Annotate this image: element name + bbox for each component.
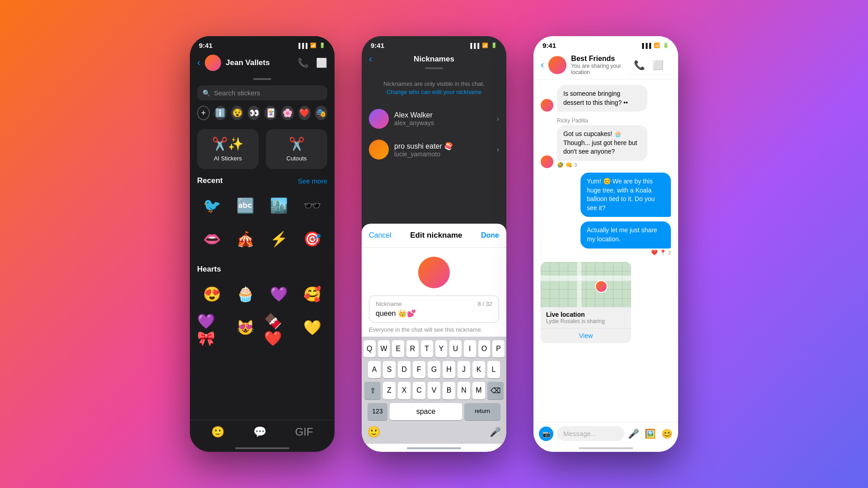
key-x[interactable]: X <box>398 382 410 399</box>
cat-item-3[interactable]: 👀 <box>248 106 260 120</box>
message-input[interactable]: Message... <box>557 426 624 441</box>
recent-sticker-grid: 🐦 🔤 🏙️ 🕶️ 👄 🎪 ⚡ 🎯 <box>197 191 327 254</box>
view-location-button[interactable]: View <box>541 328 631 343</box>
key-b[interactable]: B <box>443 382 455 399</box>
sticker-hearts-6[interactable]: 😻 <box>231 313 260 343</box>
phone-icon-3[interactable]: 📞 <box>634 60 645 70</box>
gif-tab[interactable]: GIF <box>295 426 313 438</box>
back-button-1[interactable]: ‹ <box>197 57 200 69</box>
key-o[interactable]: O <box>478 340 491 357</box>
key-w[interactable]: W <box>378 340 390 357</box>
home-indicator-2 <box>407 447 461 449</box>
sticker-recent-2[interactable]: 🔤 <box>231 191 260 221</box>
sticker-recent-3[interactable]: 🏙️ <box>264 191 294 221</box>
mic-button[interactable]: 🎤 <box>628 428 639 439</box>
key-g[interactable]: G <box>428 361 440 378</box>
emoji-tab[interactable]: 🙂 <box>211 426 225 438</box>
status-icons-1: ▐▐▐ 📶 🔋 <box>297 42 326 48</box>
sticker-hearts-5[interactable]: 💜🎀 <box>197 313 227 347</box>
key-t[interactable]: T <box>421 340 433 357</box>
sticker-tab[interactable]: 💬 <box>253 426 267 438</box>
reaction-4-count: 2 <box>668 250 671 255</box>
sticker-recent-6[interactable]: 🎪 <box>231 224 260 254</box>
photo-button[interactable]: 🖼️ <box>645 428 656 439</box>
sticker-button[interactable]: 😊 <box>661 428 673 439</box>
sticker-recent-5[interactable]: 👄 <box>197 224 227 254</box>
key-n[interactable]: N <box>458 382 470 399</box>
cat-item-6[interactable]: ❤️ <box>298 106 311 120</box>
add-category-button[interactable]: + <box>197 106 210 120</box>
key-d[interactable]: D <box>398 361 410 378</box>
key-u[interactable]: U <box>449 340 462 357</box>
key-f[interactable]: F <box>413 361 425 378</box>
mic-key[interactable]: 🎤 <box>490 427 501 437</box>
key-a[interactable]: A <box>368 361 381 378</box>
msg-text-3: Yum! 😊 We are by this huge tree, with a … <box>580 173 671 217</box>
key-q[interactable]: Q <box>363 340 376 357</box>
nickname-person-1[interactable]: Alex Walker alex_anyways › <box>362 103 506 134</box>
person2-name: pro sushi eater 🍣 <box>394 142 491 150</box>
emoji-key[interactable]: 🙂 <box>367 426 381 438</box>
message-2: Got us cupcakes! 🧁 Though... just got he… <box>541 125 671 168</box>
time-1: 9:41 <box>199 42 212 49</box>
back-button-3[interactable]: ‹ <box>541 59 544 71</box>
cutouts-button[interactable]: ✂️ Cutouts <box>266 129 327 169</box>
messages-area: Is someone bringing dessert to this thin… <box>533 80 678 422</box>
cat-item-1[interactable]: ℹ️ <box>214 106 226 120</box>
nickname-value[interactable]: queen 👑💕 <box>376 309 492 318</box>
key-shift[interactable]: ⇧ <box>364 382 381 399</box>
cat-item-5[interactable]: 🌸 <box>281 106 293 120</box>
sticker-recent-4[interactable]: 🕶️ <box>297 191 327 221</box>
key-y[interactable]: Y <box>435 340 448 357</box>
search-stickers-input[interactable] <box>214 89 322 97</box>
camera-button[interactable]: 📷 <box>539 427 553 441</box>
video-icon-1[interactable]: ⬜ <box>316 57 327 68</box>
sticker-hearts-1[interactable]: 😍 <box>197 279 227 309</box>
key-num[interactable]: 123 <box>368 403 387 420</box>
key-space[interactable]: space <box>390 403 462 420</box>
key-v[interactable]: V <box>428 382 440 399</box>
chat-status: You are sharing your location <box>571 63 622 75</box>
drag-handle-1 <box>253 78 271 80</box>
change-nickname-link[interactable]: Change who can edit your nickname <box>387 89 481 95</box>
sticker-hearts-8[interactable]: 💛 <box>297 313 327 343</box>
cat-item-7[interactable]: 🎭 <box>315 106 327 120</box>
nickname-field[interactable]: Nickname 8 / 32 queen 👑💕 <box>369 296 499 323</box>
key-i[interactable]: I <box>464 340 476 357</box>
ai-stickers-button[interactable]: ✂️✨ AI Stickers <box>197 129 259 169</box>
back-button-2[interactable]: ‹ <box>369 53 372 65</box>
key-e[interactable]: E <box>392 340 404 357</box>
key-j[interactable]: J <box>458 361 470 378</box>
sticker-hearts-7[interactable]: 🍫❤️ <box>264 313 294 347</box>
modal-cancel-button[interactable]: Cancel <box>369 231 392 239</box>
nicknames-title: Nicknames <box>414 55 454 64</box>
key-l[interactable]: L <box>487 361 500 378</box>
sticker-recent-1[interactable]: 🐦 <box>197 191 227 221</box>
status-bar-1: 9:41 ▐▐▐ 📶 🔋 <box>190 36 335 51</box>
phone-icon-1[interactable]: 📞 <box>297 57 309 68</box>
key-c[interactable]: C <box>413 382 425 399</box>
key-h[interactable]: H <box>443 361 455 378</box>
key-k[interactable]: K <box>472 361 485 378</box>
sticker-recent-7[interactable]: ⚡ <box>264 224 294 254</box>
cat-item-4[interactable]: 🃏 <box>264 106 277 120</box>
key-s[interactable]: S <box>383 361 396 378</box>
sticker-hearts-3[interactable]: 💜 <box>264 279 294 309</box>
sticker-search-bar[interactable]: 🔍 <box>197 85 327 100</box>
cat-item-2[interactable]: 😵 <box>231 106 243 120</box>
sticker-hearts-2[interactable]: 🧁 <box>231 279 260 309</box>
key-z[interactable]: Z <box>383 382 396 399</box>
key-m[interactable]: M <box>472 382 485 399</box>
key-p[interactable]: P <box>492 340 505 357</box>
sticker-recent-8[interactable]: 🎯 <box>297 224 327 254</box>
modal-done-button[interactable]: Done <box>481 231 499 239</box>
key-return[interactable]: return <box>464 403 500 420</box>
key-delete[interactable]: ⌫ <box>487 382 504 399</box>
key-r[interactable]: R <box>406 340 419 357</box>
nickname-person-2[interactable]: pro sushi eater 🍣 lucie_yamamoto › <box>362 134 506 165</box>
status-icons-3: ▐▐▐ 📶 🔋 <box>641 42 669 48</box>
ai-stickers-icon: ✂️✨ <box>212 136 244 151</box>
video-icon-3[interactable]: ⬜ <box>652 60 664 70</box>
sticker-hearts-4[interactable]: 🥰 <box>297 279 327 309</box>
see-more-button[interactable]: See more <box>298 177 327 185</box>
